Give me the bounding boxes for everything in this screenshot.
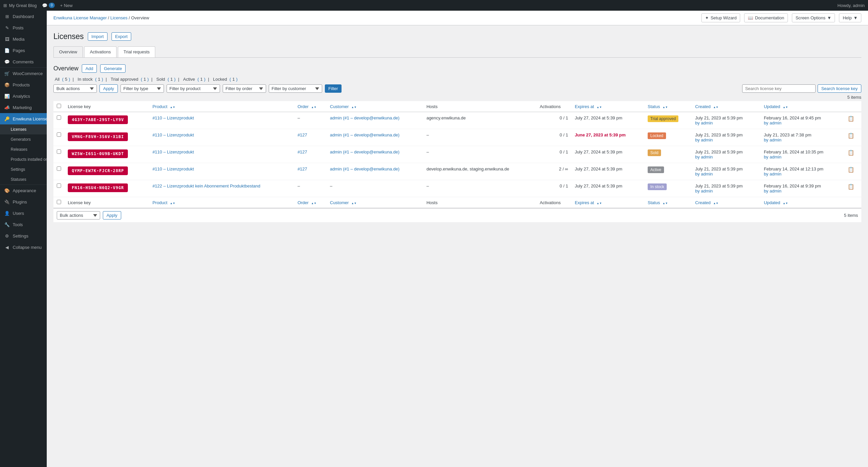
sidebar-sub-releases[interactable]: Releases bbox=[0, 144, 47, 155]
row-checkbox-3[interactable] bbox=[57, 166, 61, 171]
tab-trial-requests[interactable]: Trial requests bbox=[118, 46, 155, 57]
filter-customer-select[interactable]: Filter by customer bbox=[269, 85, 322, 93]
sidebar-item-pages[interactable]: 📄 Pages bbox=[0, 45, 47, 56]
customer-link[interactable]: admin (#1 – develop@enwikuna.de) bbox=[330, 166, 399, 171]
sidebar-sub-generators[interactable]: Generators bbox=[0, 134, 47, 144]
order-link[interactable]: #127 bbox=[298, 149, 307, 155]
sidebar-item-marketing[interactable]: 📣 Marketing bbox=[0, 102, 47, 113]
order-link[interactable]: #127 bbox=[298, 132, 307, 137]
col-order-footer[interactable]: Order ▲▼ bbox=[294, 197, 327, 208]
apply-bulk-button[interactable]: Apply bbox=[99, 85, 118, 93]
row-checkbox-0[interactable] bbox=[57, 115, 61, 120]
sidebar-item-settings[interactable]: ⚙ Settings bbox=[0, 230, 47, 241]
updated-by-link[interactable]: by admin bbox=[764, 155, 781, 160]
export-button[interactable]: Export bbox=[112, 32, 131, 41]
col-status[interactable]: Status ▲▼ bbox=[644, 101, 692, 112]
select-all-checkbox[interactable] bbox=[57, 104, 61, 108]
created-by-link[interactable]: by admin bbox=[695, 155, 713, 160]
updated-by-link[interactable]: by admin bbox=[764, 137, 781, 142]
bulk-actions-bottom-select[interactable]: Bulk actions bbox=[57, 211, 100, 220]
help-button[interactable]: Help ▼ bbox=[839, 13, 861, 22]
filter-locked[interactable]: Locked (1) bbox=[212, 77, 237, 82]
product-link[interactable]: #110 – Lizenzprodukt bbox=[153, 149, 194, 155]
col-status-footer[interactable]: Status ▲▼ bbox=[644, 197, 692, 208]
filter-type-select[interactable]: Filter by type bbox=[121, 85, 164, 93]
filter-order-select[interactable]: Filter by order bbox=[223, 85, 266, 93]
updated-by-link[interactable]: by admin bbox=[764, 171, 781, 176]
row-action-icon[interactable]: 📋 bbox=[848, 116, 854, 122]
col-updated[interactable]: Updated ▲▼ bbox=[761, 101, 844, 112]
filter-product-select[interactable]: Filter by product bbox=[166, 85, 220, 93]
breadcrumb-licenses[interactable]: Licenses bbox=[111, 15, 127, 20]
search-license-key-button[interactable]: Search license key bbox=[817, 85, 861, 93]
product-link[interactable]: #110 – Lizenzprodukt bbox=[153, 115, 194, 121]
tab-activations[interactable]: Activations bbox=[84, 46, 117, 57]
created-by-link[interactable]: by admin bbox=[695, 171, 713, 176]
order-link[interactable]: #127 bbox=[298, 166, 307, 171]
sidebar-item-analytics[interactable]: 📊 Analytics bbox=[0, 90, 47, 102]
updated-by-link[interactable]: by admin bbox=[764, 121, 781, 126]
customer-link[interactable]: admin (#1 – develop@enwikuna.de) bbox=[330, 132, 399, 137]
sidebar-item-users[interactable]: 👤 Users bbox=[0, 207, 47, 219]
col-created[interactable]: Created ▲▼ bbox=[692, 101, 761, 112]
search-input[interactable] bbox=[742, 85, 815, 93]
row-action-icon[interactable]: 📋 bbox=[848, 133, 854, 138]
import-button[interactable]: Import bbox=[88, 32, 107, 41]
filter-button[interactable]: Filter bbox=[325, 85, 342, 93]
updated-by-link[interactable]: by admin bbox=[764, 189, 781, 194]
col-product[interactable]: Product ▲▼ bbox=[149, 101, 294, 112]
sidebar-sub-products-installed[interactable]: Products installed on bbox=[0, 155, 47, 164]
setup-wizard-button[interactable]: ✦ Setup Wizard bbox=[702, 13, 740, 22]
sidebar-sub-licenses[interactable]: Licenses bbox=[0, 125, 47, 134]
select-all-footer-checkbox[interactable] bbox=[57, 200, 61, 204]
customer-link[interactable]: admin (#1 – develop@enwikuna.de) bbox=[330, 115, 399, 121]
col-product-footer[interactable]: Product ▲▼ bbox=[149, 197, 294, 208]
col-created-footer[interactable]: Created ▲▼ bbox=[692, 197, 761, 208]
filter-all[interactable]: All (5) bbox=[54, 77, 71, 82]
breadcrumb-enwikuna[interactable]: Enwikuna License Manager bbox=[54, 15, 107, 20]
row-checkbox-2[interactable] bbox=[57, 149, 61, 154]
customer-link[interactable]: admin (#1 – develop@enwikuna.de) bbox=[330, 149, 399, 155]
adminbar-new[interactable]: + New bbox=[60, 3, 72, 8]
product-link[interactable]: #122 – Lizenzprodukt kein Abonnement Pro… bbox=[153, 184, 260, 189]
row-action-icon[interactable]: 📋 bbox=[848, 184, 854, 190]
tab-overview[interactable]: Overview bbox=[54, 46, 83, 57]
row-action-icon[interactable]: 📋 bbox=[848, 167, 854, 172]
documentation-button[interactable]: 📖 Documentation bbox=[744, 13, 787, 22]
screen-options-button[interactable]: Screen Options ▼ bbox=[792, 13, 835, 22]
sidebar-item-media[interactable]: 🖼 Media bbox=[0, 33, 47, 45]
sidebar-item-enwikuna[interactable]: 🔑 Enwikuna License Manager bbox=[0, 113, 47, 125]
filter-sold[interactable]: Sold (1) bbox=[155, 77, 177, 82]
sidebar-sub-settings[interactable]: Settings bbox=[0, 164, 47, 174]
col-updated-footer[interactable]: Updated ▲▼ bbox=[761, 197, 844, 208]
sidebar-item-posts[interactable]: ✎ Posts bbox=[0, 22, 47, 33]
row-checkbox-4[interactable] bbox=[57, 184, 61, 188]
filter-trial-approved[interactable]: Trial approved (1) bbox=[110, 77, 150, 82]
sidebar-item-products[interactable]: 📦 Products bbox=[0, 79, 47, 90]
col-expires-footer[interactable]: Expires at ▲▼ bbox=[571, 197, 644, 208]
filter-instock[interactable]: In stock (1) bbox=[76, 77, 104, 82]
add-button[interactable]: Add bbox=[82, 64, 97, 73]
generate-button[interactable]: Generate bbox=[100, 64, 126, 73]
col-customer[interactable]: Customer ▲▼ bbox=[327, 101, 423, 112]
sidebar-item-appearance[interactable]: 🎨 Appearance bbox=[0, 185, 47, 196]
col-customer-footer[interactable]: Customer ▲▼ bbox=[327, 197, 423, 208]
col-expires[interactable]: Expires at ▲▼ bbox=[571, 101, 644, 112]
sidebar-item-comments[interactable]: 💬 Comments bbox=[0, 56, 47, 67]
product-link[interactable]: #110 – Lizenzprodukt bbox=[153, 166, 194, 171]
apply-bulk-bottom-button[interactable]: Apply bbox=[103, 211, 121, 220]
sidebar-item-dashboard[interactable]: ⊞ Dashboard bbox=[0, 11, 47, 22]
adminbar-comments[interactable]: 💬 0 bbox=[42, 3, 55, 8]
sidebar-item-woocommerce[interactable]: 🛒 WooCommerce bbox=[0, 68, 47, 79]
adminbar-site[interactable]: ⊞ My Great Blog bbox=[3, 3, 37, 8]
row-checkbox-1[interactable] bbox=[57, 132, 61, 137]
sidebar-item-plugins[interactable]: 🔌 Plugins bbox=[0, 196, 47, 207]
sidebar-item-tools[interactable]: 🔧 Tools bbox=[0, 219, 47, 230]
sidebar-item-collapse[interactable]: ◀ Collapse menu bbox=[0, 241, 47, 253]
row-action-icon[interactable]: 📋 bbox=[848, 150, 854, 156]
filter-active[interactable]: Active (1) bbox=[182, 77, 207, 82]
col-order[interactable]: Order ▲▼ bbox=[294, 101, 327, 112]
created-by-link[interactable]: by admin bbox=[695, 189, 713, 194]
created-by-link[interactable]: by admin bbox=[695, 121, 713, 126]
product-link[interactable]: #110 – Lizenzprodukt bbox=[153, 132, 194, 137]
